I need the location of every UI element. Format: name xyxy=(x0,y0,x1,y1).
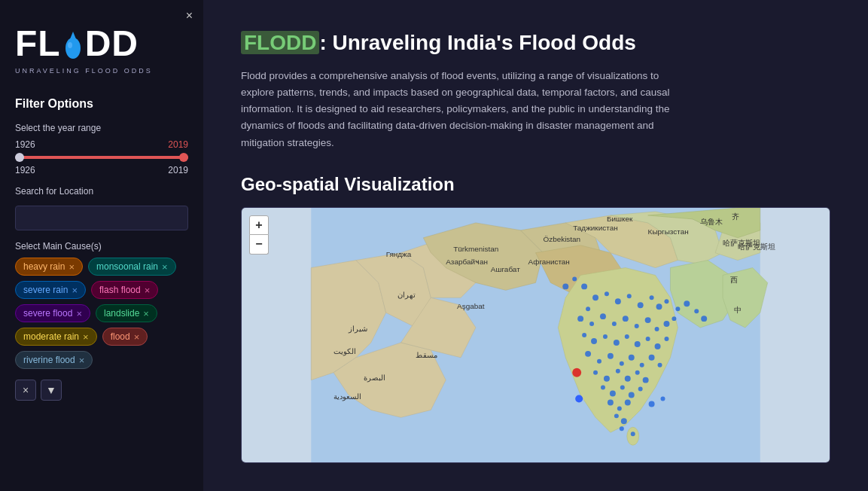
svg-point-93 xyxy=(621,418,627,424)
chip-remove-icon[interactable]: × xyxy=(134,332,140,342)
svg-point-50 xyxy=(586,306,590,311)
svg-text:Türkmenistan: Türkmenistan xyxy=(453,245,498,253)
logo-fl: FL xyxy=(15,23,61,64)
svg-point-81 xyxy=(625,376,631,382)
chip-remove-icon[interactable]: × xyxy=(143,309,149,319)
svg-point-44 xyxy=(615,298,621,304)
chip-monsoonal-rain[interactable]: monsoonal rain × xyxy=(88,258,176,276)
location-label: Search for Location xyxy=(15,186,188,197)
year-range-label: Select the year range xyxy=(15,123,188,133)
svg-text:السعودية: السعودية xyxy=(333,392,361,401)
svg-point-100 xyxy=(684,300,690,306)
svg-text:齐: 齐 xyxy=(732,212,739,221)
title-highlight: FLODD xyxy=(241,31,319,54)
svg-text:شیراز: شیراز xyxy=(348,325,367,334)
sidebar-content: Filter Options Select the year range 192… xyxy=(0,90,203,491)
svg-point-71 xyxy=(597,359,602,364)
zoom-out-button[interactable]: − xyxy=(249,235,269,255)
chip-remove-icon[interactable]: × xyxy=(83,332,89,342)
svg-point-63 xyxy=(603,334,608,339)
svg-point-89 xyxy=(608,399,614,405)
year-start-label: 1926 xyxy=(15,139,35,150)
svg-point-62 xyxy=(591,338,597,344)
svg-point-102 xyxy=(701,316,707,322)
zoom-in-button[interactable]: + xyxy=(249,215,269,235)
svg-point-77 xyxy=(658,363,662,367)
svg-text:Özbekistan: Özbekistan xyxy=(543,235,580,243)
chip-label: monsoonal rain xyxy=(96,261,158,272)
svg-text:Кыргызстан: Кыргызстан xyxy=(648,227,689,236)
svg-point-56 xyxy=(635,324,639,328)
svg-text:Азарбайҹан: Азарбайҹан xyxy=(446,257,488,265)
chip-flash-flood[interactable]: flash flood × xyxy=(91,281,158,299)
svg-text:Ашгабат: Ашгабат xyxy=(491,264,520,273)
chip-riverine-flood[interactable]: riverine flood × xyxy=(15,351,93,369)
chip-label: riverine flood xyxy=(23,355,75,365)
map-background: + − xyxy=(242,208,830,462)
svg-point-65 xyxy=(625,334,629,339)
chip-severe-rain[interactable]: severe rain × xyxy=(15,281,86,299)
slider-fill xyxy=(15,156,188,159)
svg-point-64 xyxy=(614,340,620,346)
chip-remove-icon[interactable]: × xyxy=(145,285,151,295)
chip-remove-icon[interactable]: × xyxy=(79,355,85,365)
causes-label: Select Main Cause(s) xyxy=(15,241,188,252)
svg-text:哈萨克斯坦: 哈萨克斯坦 xyxy=(738,242,775,251)
svg-point-78 xyxy=(593,371,598,375)
map-svg: Türkmenistan Özbekistan Кыргызстан 乌鲁木 齐… xyxy=(242,208,830,462)
logo: FL DD xyxy=(15,23,139,64)
svg-point-42 xyxy=(592,294,598,300)
logo-subtitle: UNRAVELING FLOOD ODDS xyxy=(15,67,153,75)
svg-point-95 xyxy=(631,432,635,436)
clear-icon: × xyxy=(23,384,29,396)
svg-text:西: 西 xyxy=(730,276,738,284)
svg-point-70 xyxy=(585,351,591,357)
year-slider-track[interactable] xyxy=(15,156,188,159)
chip-label: heavy rain xyxy=(23,261,65,272)
svg-point-85 xyxy=(610,390,616,396)
svg-point-43 xyxy=(605,291,609,296)
svg-point-48 xyxy=(656,303,662,310)
map-container: + − xyxy=(241,207,830,463)
svg-point-79 xyxy=(604,376,610,382)
chip-label: severe flood xyxy=(23,308,72,319)
svg-point-88 xyxy=(638,387,643,392)
svg-point-59 xyxy=(663,321,669,327)
chip-heavy-rain[interactable]: heavy rain × xyxy=(15,258,83,276)
svg-point-55 xyxy=(623,316,629,322)
chip-moderate-rain[interactable]: moderate rain × xyxy=(15,328,97,346)
chip-remove-icon[interactable]: × xyxy=(72,285,78,295)
chip-flood[interactable]: flood × xyxy=(102,328,148,346)
chip-severe-flood[interactable]: severe flood × xyxy=(15,304,90,322)
dropdown-toggle[interactable]: ▼ xyxy=(41,380,62,401)
svg-point-92 xyxy=(614,413,619,418)
chip-label: severe rain xyxy=(23,285,68,295)
svg-text:مسقط: مسقط xyxy=(416,351,437,359)
svg-text:Афганистан: Афганистан xyxy=(528,257,570,265)
svg-point-97 xyxy=(572,276,577,281)
svg-point-106 xyxy=(575,395,583,402)
close-button[interactable]: × xyxy=(186,9,193,23)
chip-landslide[interactable]: landslide × xyxy=(96,304,157,322)
slider-thumb-right[interactable] xyxy=(179,153,188,162)
svg-point-61 xyxy=(582,333,586,337)
page-description: Flodd provides a comprehensive analysis … xyxy=(241,68,678,151)
slider-thumb-left[interactable] xyxy=(15,153,24,162)
location-search-input[interactable] xyxy=(15,206,188,230)
svg-point-94 xyxy=(620,426,624,431)
svg-point-103 xyxy=(661,396,665,401)
svg-point-54 xyxy=(612,322,617,326)
svg-point-52 xyxy=(589,322,594,326)
logo-dd: DD xyxy=(85,23,139,64)
chip-remove-icon[interactable]: × xyxy=(69,262,75,272)
clear-button[interactable]: × xyxy=(15,380,36,401)
svg-point-2 xyxy=(68,42,72,48)
svg-point-74 xyxy=(629,355,635,361)
chip-remove-icon[interactable]: × xyxy=(76,309,82,319)
svg-point-69 xyxy=(664,337,669,341)
chip-remove-icon[interactable]: × xyxy=(162,262,168,272)
svg-point-49 xyxy=(664,299,669,303)
filter-title: Filter Options xyxy=(15,97,188,111)
svg-point-45 xyxy=(627,294,632,298)
svg-text:Бишкек: Бишкек xyxy=(607,215,633,223)
